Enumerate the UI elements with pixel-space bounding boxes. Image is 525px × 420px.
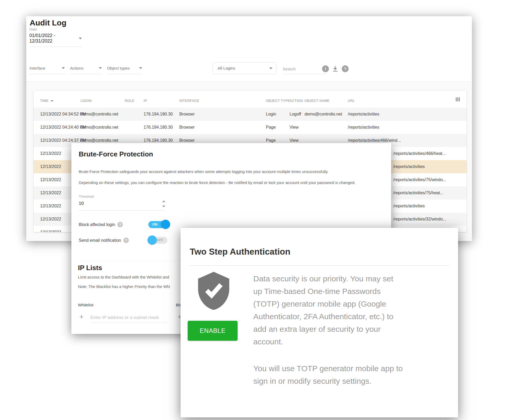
ip-lists-description: Note: The Blacklist has a higher Priorit… xyxy=(78,284,170,289)
stepper-down-icon[interactable] xyxy=(162,206,165,207)
page-title: Audit Log xyxy=(30,18,66,27)
column-header-url: URL xyxy=(348,99,355,103)
cell-time: 12/13/2022 xyxy=(40,173,61,186)
cell-url: /reports/activities/466/heat... xyxy=(393,147,446,160)
help-icon[interactable]: ? xyxy=(123,238,129,243)
shield-check-icon xyxy=(196,270,231,313)
columns-icon[interactable] xyxy=(456,97,460,101)
chevron-down-icon xyxy=(139,67,142,69)
column-header-action: ACTION xyxy=(290,99,303,103)
cell-object-type: Page xyxy=(266,121,276,134)
column-header-object-name: OBJECT NAME xyxy=(304,99,330,103)
divider xyxy=(79,210,165,211)
threshold-stepper[interactable] xyxy=(161,199,166,210)
two-step-auth-dialog: Two Step Authentication ENABLE Data secu… xyxy=(181,228,458,417)
column-header-interface: INTERFACE xyxy=(179,99,199,103)
cell-time: 12/13/2022 xyxy=(40,160,61,173)
cell-url: /reports/activities/32/windo... xyxy=(393,213,446,226)
cell-url: /reports/activities/75/windo... xyxy=(393,173,446,186)
help-icon[interactable]: ? xyxy=(117,222,123,227)
cell-time: 12/13/2022 xyxy=(40,186,61,200)
search-input[interactable] xyxy=(283,64,326,74)
cell-ip: 176.194.180.30 xyxy=(144,121,173,134)
brute-force-description: Depending on these settings, you can con… xyxy=(79,180,355,185)
actions-filter-label: Actions xyxy=(70,66,83,71)
threshold-input[interactable]: 10 xyxy=(79,201,84,206)
object-types-filter-select[interactable]: Object types xyxy=(107,62,142,74)
add-whitelist-ip-icon[interactable]: + xyxy=(79,313,83,321)
actions-filter-select[interactable]: Actions xyxy=(70,62,102,74)
object-types-filter-label: Object types xyxy=(107,66,130,71)
table-row[interactable]: 12/13/2022 04:24:40 PM demo@controlio.ne… xyxy=(34,121,466,134)
date-label: Date xyxy=(29,27,82,31)
date-range-value: 01/01/2022 - 12/31/2022 xyxy=(29,33,73,44)
cell-url: /reports/activities/75/heat... xyxy=(393,186,443,200)
threshold-label: Threshold xyxy=(79,195,94,198)
page-canvas: Audit Log Date 01/01/2022 - 12/31/2022 I… xyxy=(0,0,525,420)
cell-object-name: demo@controlio.net xyxy=(304,108,342,121)
download-icon[interactable] xyxy=(332,65,339,72)
brute-force-title: Brute-Force Protection xyxy=(79,150,153,158)
column-header-login: LOGIN xyxy=(81,99,92,103)
toggle-knob xyxy=(161,220,170,229)
send-email-notification-label: Send email notification ? xyxy=(79,238,129,243)
cell-time: 12/13/2022 xyxy=(40,200,61,213)
table-header: TIME LOGIN ROLE IP INTERFACE OBJECT TYPE… xyxy=(34,91,466,108)
cell-interface: Browser xyxy=(179,121,195,134)
send-email-notification-toggle[interactable]: OFF xyxy=(148,235,171,245)
chevron-down-icon xyxy=(269,67,272,69)
two-step-auth-title: Two Step Authentication xyxy=(190,247,290,257)
cell-action: Logoff xyxy=(290,108,301,121)
cell-ip: 176.194.180.30 xyxy=(144,108,173,121)
cell-url: /reports/activities xyxy=(348,121,379,134)
cell-url: /reports/activities xyxy=(393,200,425,213)
whitelist-label: Whitelist xyxy=(78,303,93,307)
chevron-down-icon xyxy=(62,67,65,69)
cell-login: demo@controlio.net xyxy=(81,121,118,134)
block-affected-login-toggle[interactable]: ON xyxy=(148,220,172,229)
column-header-object-type: OBJECT TYPE xyxy=(266,99,290,103)
cell-action: View xyxy=(290,121,298,134)
divider xyxy=(190,265,449,266)
cell-interface: Browser xyxy=(179,108,195,121)
cell-url: /reports/activities xyxy=(393,160,425,173)
interface-filter-select[interactable]: Interface xyxy=(29,62,65,74)
chevron-down-icon xyxy=(79,38,82,39)
toggle-knob xyxy=(148,235,157,245)
cell-time: 12/13/2022 04:34:52 PM xyxy=(40,108,86,121)
cell-url: /reports/activities xyxy=(348,108,379,121)
info-icon[interactable]: i xyxy=(322,65,329,72)
two-step-auth-paragraph-1: Data security is our priority. You may s… xyxy=(253,272,442,348)
cell-time: 12/13/2022 xyxy=(40,213,61,226)
brute-force-description: Brute-Force Protection safeguards your a… xyxy=(79,169,328,174)
cell-time: 12/13/2022 04:24:40 PM xyxy=(40,121,86,134)
block-affected-login-label: Block affected login ? xyxy=(79,222,123,227)
whitelist-ip-input[interactable] xyxy=(90,312,168,323)
date-range-filter[interactable]: Date 01/01/2022 - 12/31/2022 xyxy=(29,27,82,47)
column-header-time[interactable]: TIME xyxy=(40,99,53,103)
sort-desc-icon xyxy=(51,100,53,102)
cell-object-type: Login xyxy=(266,108,276,121)
ip-lists-description: Limit access to the Dashboard with the W… xyxy=(78,275,169,279)
interface-filter-label: Interface xyxy=(29,66,45,71)
column-header-role: ROLE xyxy=(125,99,134,103)
stepper-up-icon[interactable] xyxy=(162,200,165,202)
all-logins-value: All Logins xyxy=(218,66,235,71)
help-icon[interactable]: ? xyxy=(342,65,349,72)
column-header-ip: IP xyxy=(144,99,147,103)
all-logins-select[interactable]: All Logins xyxy=(213,62,276,74)
table-row[interactable]: 12/13/2022 04:34:52 PM demo@controlio.ne… xyxy=(34,108,466,121)
enable-button[interactable]: ENABLE xyxy=(188,321,238,341)
two-step-auth-paragraph-2: You will use TOTP generator mobile app t… xyxy=(253,362,442,387)
cell-login: demo@controlio.net xyxy=(81,108,118,121)
chevron-down-icon xyxy=(99,67,102,69)
cell-time: 12/13/2022 xyxy=(40,226,61,232)
cell-time: 12/13/2022 xyxy=(40,147,61,160)
ip-lists-title: IP Lists xyxy=(78,264,102,272)
